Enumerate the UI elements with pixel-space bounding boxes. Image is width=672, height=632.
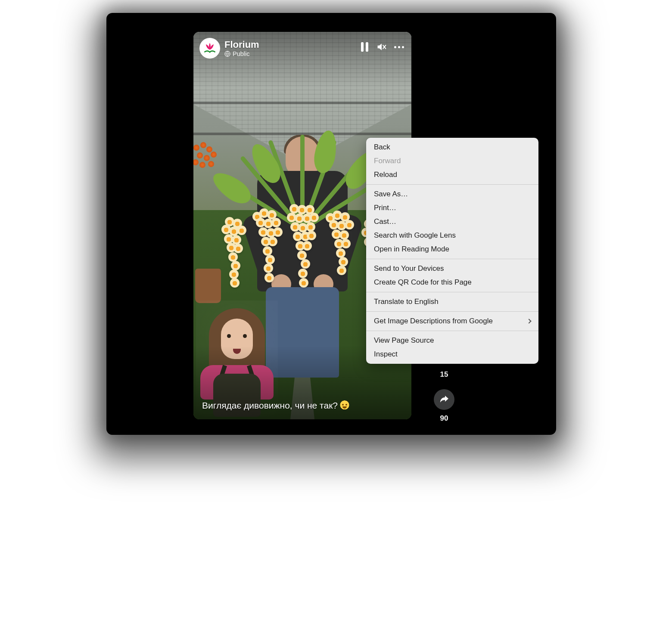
browser-context-menu: Back Forward Reload Save As… Print… Cast… — [366, 138, 538, 364]
star-struck-emoji-icon — [339, 400, 350, 411]
story-caption: Виглядає дивовижно, чи не так? — [202, 400, 350, 411]
context-menu-image-descriptions[interactable]: Get Image Descriptions from Google — [366, 314, 538, 328]
context-menu-print[interactable]: Print… — [366, 201, 538, 215]
side-flowers-left — [193, 140, 241, 218]
pause-icon — [361, 42, 368, 52]
context-menu-save-as[interactable]: Save As… — [366, 187, 538, 201]
story-action-rail: 15 90 — [434, 370, 454, 423]
privacy-row: Public — [224, 50, 259, 57]
more-options-button[interactable] — [394, 42, 404, 52]
share-count: 90 — [440, 414, 448, 423]
context-menu-inspect[interactable]: Inspect — [366, 347, 538, 361]
plant-pot — [195, 269, 221, 303]
share-button[interactable] — [434, 389, 454, 410]
pause-button[interactable] — [360, 42, 369, 52]
stage: Florium Public — [93, 0, 579, 465]
context-menu-cast[interactable]: Cast… — [366, 215, 538, 229]
privacy-label: Public — [233, 50, 250, 57]
context-menu-open-reading-mode[interactable]: Open in Reading Mode — [366, 242, 538, 256]
speaker-muted-icon — [377, 42, 386, 52]
story-top-controls — [360, 42, 404, 52]
page-name[interactable]: Florium — [224, 39, 259, 50]
lotus-icon — [202, 40, 218, 56]
chevron-right-icon — [526, 319, 531, 323]
context-menu-translate[interactable]: Translate to English — [366, 295, 538, 309]
more-icon — [394, 46, 404, 48]
story-header: Florium Public — [199, 38, 259, 59]
presenter-inset — [196, 301, 278, 417]
mute-button[interactable] — [377, 42, 386, 52]
context-menu-forward: Forward — [366, 154, 538, 168]
context-menu-back[interactable]: Back — [366, 140, 538, 154]
page-avatar[interactable] — [199, 38, 220, 59]
share-icon — [439, 394, 449, 405]
caption-text: Виглядає дивовижно, чи не так? — [202, 400, 338, 411]
context-menu-search-google-lens[interactable]: Search with Google Lens — [366, 229, 538, 242]
context-menu-view-source[interactable]: View Page Source — [366, 334, 538, 347]
context-menu-create-qr[interactable]: Create QR Code for this Page — [366, 276, 538, 289]
comment-count: 15 — [440, 370, 448, 379]
context-menu-send-to-devices[interactable]: Send to Your Devices — [366, 262, 538, 276]
context-menu-reload[interactable]: Reload — [366, 168, 538, 182]
globe-icon — [224, 51, 230, 57]
